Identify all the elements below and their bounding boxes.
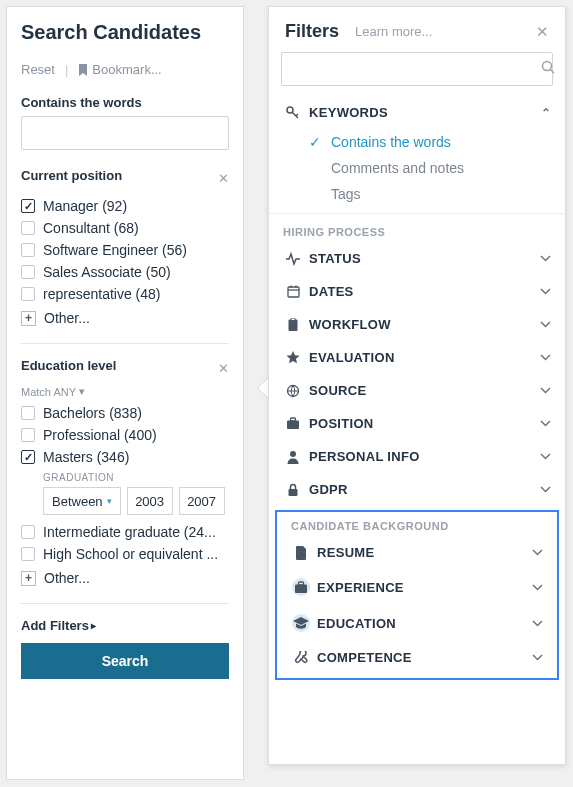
clipboard-icon bbox=[283, 318, 303, 332]
calendar-icon bbox=[283, 285, 303, 298]
cat-label: GDPR bbox=[309, 482, 540, 497]
cat-keywords[interactable]: KEYWORDS ⌃ bbox=[269, 96, 565, 129]
checkbox[interactable] bbox=[21, 243, 35, 257]
cat-source[interactable]: SOURCE bbox=[269, 374, 565, 407]
hiring-heading: HIRING PROCESS bbox=[269, 213, 565, 242]
match-any-label: Match ANY bbox=[21, 386, 76, 398]
search-panel: Search Candidates Reset | Bookmark... Co… bbox=[6, 6, 244, 780]
sub-label: Contains the words bbox=[331, 134, 451, 150]
position-option[interactable]: Consultant (68) bbox=[21, 217, 229, 239]
chevron-down-icon bbox=[540, 321, 551, 328]
remove-group-icon[interactable]: ✕ bbox=[218, 171, 229, 186]
education-option[interactable]: Intermediate graduate (24... bbox=[21, 521, 229, 543]
education-option[interactable]: Bachelors (838) bbox=[21, 402, 229, 424]
cat-label: POSITION bbox=[309, 416, 540, 431]
add-filters-link[interactable]: Add Filters ▸ bbox=[21, 618, 229, 633]
chevron-down-icon bbox=[540, 387, 551, 394]
chevron-right-icon: ▸ bbox=[91, 620, 96, 631]
year-to-input[interactable] bbox=[179, 487, 225, 515]
keyword-sub-item[interactable]: Comments and notes bbox=[269, 155, 565, 181]
cat-evaluation[interactable]: EVALUATION bbox=[269, 341, 565, 374]
plus-icon: + bbox=[21, 571, 36, 586]
background-highlight: CANDIDATE BACKGROUND RESUMEEXPERIENCEEDU… bbox=[275, 510, 559, 680]
lock-icon bbox=[283, 483, 303, 497]
match-any-toggle[interactable]: Match ANY ▾ bbox=[21, 385, 229, 398]
keyword-sub-item[interactable]: Tags bbox=[269, 181, 565, 207]
education-option[interactable]: Masters (346) bbox=[21, 446, 229, 468]
position-option[interactable]: Sales Associate (50) bbox=[21, 261, 229, 283]
cat-experience[interactable]: EXPERIENCE bbox=[277, 569, 557, 605]
chevron-up-icon: ⌃ bbox=[541, 106, 551, 120]
checkbox[interactable] bbox=[21, 221, 35, 235]
checkbox[interactable] bbox=[21, 547, 35, 561]
chevron-down-icon bbox=[540, 354, 551, 361]
svg-point-0 bbox=[543, 62, 552, 71]
sub-label: Tags bbox=[331, 186, 361, 202]
cat-gdpr[interactable]: GDPR bbox=[269, 473, 565, 506]
checkbox[interactable] bbox=[21, 199, 35, 213]
chevron-down-icon bbox=[540, 288, 551, 295]
cat-label: SOURCE bbox=[309, 383, 540, 398]
education-option[interactable]: High School or equivalent ... bbox=[21, 543, 229, 565]
key-icon bbox=[283, 106, 303, 120]
education-label: Education level bbox=[21, 358, 116, 373]
checkbox[interactable] bbox=[21, 450, 35, 464]
chevron-down-icon bbox=[532, 584, 543, 591]
education-option[interactable]: Professional (400) bbox=[21, 424, 229, 446]
keyword-sub-item[interactable]: ✓Contains the words bbox=[269, 129, 565, 155]
cat-label: EVALUATION bbox=[309, 350, 540, 365]
filter-search-wrap bbox=[269, 52, 565, 96]
source-icon bbox=[283, 384, 303, 398]
learn-more-link[interactable]: Learn more... bbox=[355, 24, 432, 39]
close-icon[interactable]: ✕ bbox=[536, 23, 549, 41]
other-education[interactable]: + Other... bbox=[21, 567, 229, 589]
checkbox[interactable] bbox=[21, 406, 35, 420]
add-filters-label: Add Filters bbox=[21, 618, 89, 633]
position-option[interactable]: Manager (92) bbox=[21, 195, 229, 217]
cat-personal-info[interactable]: PERSONAL INFO bbox=[269, 440, 565, 473]
checkbox[interactable] bbox=[21, 287, 35, 301]
chevron-down-icon bbox=[532, 654, 543, 661]
filter-search-input[interactable] bbox=[281, 52, 553, 86]
gradcap-icon bbox=[291, 614, 311, 632]
cat-workflow[interactable]: WORKFLOW bbox=[269, 308, 565, 341]
person-icon bbox=[283, 450, 303, 464]
remove-group-icon[interactable]: ✕ bbox=[218, 361, 229, 376]
chevron-down-icon bbox=[540, 453, 551, 460]
cat-education[interactable]: EDUCATION bbox=[277, 605, 557, 641]
checkbox[interactable] bbox=[21, 428, 35, 442]
cat-dates[interactable]: DATES bbox=[269, 275, 565, 308]
contains-input[interactable] bbox=[21, 116, 229, 150]
cat-label: DATES bbox=[309, 284, 540, 299]
search-button[interactable]: Search bbox=[21, 643, 229, 679]
checkbox[interactable] bbox=[21, 265, 35, 279]
cat-competence[interactable]: COMPETENCE bbox=[277, 641, 557, 674]
checkbox-label: Manager (92) bbox=[43, 198, 127, 214]
filters-header: Filters Learn more... ✕ bbox=[269, 7, 565, 52]
cat-position[interactable]: POSITION bbox=[269, 407, 565, 440]
year-from-input[interactable] bbox=[127, 487, 173, 515]
svg-rect-13 bbox=[287, 421, 299, 430]
filters-panel: Filters Learn more... ✕ KEYWORDS ⌃ ✓Cont… bbox=[268, 6, 566, 765]
checkbox-label: Consultant (68) bbox=[43, 220, 139, 236]
between-select[interactable]: Between ▾ bbox=[43, 487, 121, 515]
checkbox-label: Masters (346) bbox=[43, 449, 129, 465]
cat-label: KEYWORDS bbox=[309, 105, 541, 120]
checkbox-label: High School or equivalent ... bbox=[43, 546, 218, 562]
briefcase-icon bbox=[291, 578, 311, 596]
other-position[interactable]: + Other... bbox=[21, 307, 229, 329]
chevron-down-icon bbox=[540, 486, 551, 493]
cat-label: PERSONAL INFO bbox=[309, 449, 540, 464]
position-option[interactable]: Software Engineer (56) bbox=[21, 239, 229, 261]
cat-status[interactable]: STATUS bbox=[269, 242, 565, 275]
graduation-row: Between ▾ bbox=[43, 487, 229, 515]
checkbox[interactable] bbox=[21, 525, 35, 539]
checkbox-label: Sales Associate (50) bbox=[43, 264, 171, 280]
cat-label: COMPETENCE bbox=[317, 650, 532, 665]
graduation-label: GRADUATION bbox=[43, 472, 229, 483]
reset-link[interactable]: Reset bbox=[21, 62, 55, 77]
wrench-icon bbox=[291, 651, 311, 665]
cat-resume[interactable]: RESUME bbox=[277, 536, 557, 569]
position-option[interactable]: representative (48) bbox=[21, 283, 229, 305]
bookmark-link[interactable]: Bookmark... bbox=[78, 62, 161, 77]
